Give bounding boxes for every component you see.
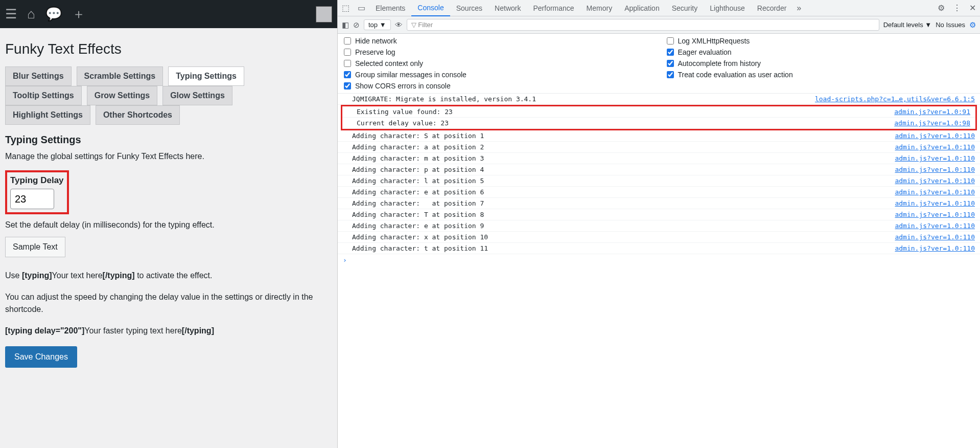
more-tabs-icon[interactable]: » (792, 4, 805, 13)
section-description: Manage the global settings for Funky Tex… (5, 152, 332, 161)
source-link[interactable]: admin.js?ver=1.0:91 (894, 108, 970, 116)
home-icon[interactable]: ⌂ (27, 6, 35, 22)
usage-text: Use [typing]Your text here[/typing] to a… (5, 270, 332, 282)
clear-console-icon[interactable]: ⊘ (353, 20, 360, 30)
console-settings-icon[interactable]: ⚙ (969, 20, 976, 30)
settings-icon[interactable]: ⚙ (934, 3, 949, 13)
console-toolbar: ◧ ⊘ top ▼ 👁 ▽ Filter Default levels ▼ No… (338, 16, 980, 34)
devtools-tabs: ⬚ ▭ ElementsConsoleSourcesNetworkPerform… (338, 0, 980, 16)
tab-highlight-settings[interactable]: Highlight Settings (5, 105, 90, 125)
devtools-tab-lighthouse[interactable]: Lighthouse (704, 1, 751, 16)
devtools-tab-network[interactable]: Network (488, 1, 527, 16)
tab-other-shortcodes[interactable]: Other Shortcodes (96, 105, 180, 125)
live-expression-icon[interactable]: 👁 (395, 20, 403, 29)
console-line: Adding character: T at position 8admin.j… (338, 209, 980, 220)
devtools-tab-elements[interactable]: Elements (369, 1, 411, 16)
tab-blur-settings[interactable]: Blur Settings (5, 66, 72, 86)
console-line: JQMIGRATE: Migrate is installed, version… (338, 94, 980, 105)
console-output: JQMIGRATE: Migrate is installed, version… (338, 94, 980, 448)
source-link[interactable]: admin.js?ver=1.0:110 (895, 244, 975, 252)
tab-typing-settings[interactable]: Typing Settings (168, 66, 244, 86)
devtools-tab-application[interactable]: Application (618, 1, 666, 16)
console-line: Adding character: at position 7admin.js?… (338, 198, 980, 209)
highlighted-lines: Existing value found: 23admin.js?ver=1.0… (341, 105, 977, 130)
sidebar-toggle-icon[interactable]: ◧ (342, 20, 349, 30)
inspect-icon[interactable]: ⬚ (338, 3, 354, 13)
console-settings-checks: Hide networkLog XMLHttpRequestsPreserve … (338, 34, 980, 94)
source-link[interactable]: admin.js?ver=1.0:98 (894, 119, 970, 127)
source-link[interactable]: admin.js?ver=1.0:110 (895, 154, 975, 162)
wordpress-panel: ☰ ⌂ 💬 ＋ Funky Text Effects Blur Settings… (0, 0, 337, 448)
check-show-cors-errors-in-console[interactable]: Show CORS errors in console (344, 82, 651, 90)
check-log-xmlhttprequests[interactable]: Log XMLHttpRequests (667, 37, 974, 45)
console-line: Adding character: e at position 9admin.j… (338, 220, 980, 232)
source-link[interactable]: admin.js?ver=1.0:110 (895, 222, 975, 230)
avatar[interactable] (316, 6, 332, 23)
device-icon[interactable]: ▭ (354, 3, 369, 13)
save-button[interactable]: Save Changes (5, 346, 77, 368)
console-line: Adding character: x at position 10admin.… (338, 232, 980, 243)
check-hide-network[interactable]: Hide network (344, 37, 651, 45)
console-line: Adding character: m at position 3admin.j… (338, 153, 980, 164)
close-icon[interactable]: ✕ (965, 3, 980, 13)
page-title: Funky Text Effects (5, 41, 332, 57)
source-link[interactable]: admin.js?ver=1.0:110 (895, 166, 975, 173)
check-selected-context-only[interactable]: Selected context only (344, 59, 651, 68)
console-prompt[interactable]: › (338, 254, 980, 266)
typing-delay-field: Typing Delay (5, 170, 69, 214)
devtools-panel: ⬚ ▭ ElementsConsoleSourcesNetworkPerform… (337, 0, 980, 448)
log-levels[interactable]: Default levels ▼ (883, 21, 932, 29)
tab-tooltip-settings[interactable]: Tooltip Settings (5, 86, 82, 105)
devtools-tab-performance[interactable]: Performance (527, 1, 580, 16)
source-link[interactable]: admin.js?ver=1.0:110 (895, 233, 975, 241)
tab-scramble-settings[interactable]: Scramble Settings (77, 66, 164, 86)
tab-glow-settings[interactable]: Glow Settings (162, 86, 232, 105)
console-line: Adding character: e at position 6admin.j… (338, 187, 980, 198)
devtools-tab-memory[interactable]: Memory (580, 1, 619, 16)
issues-link[interactable]: No Issues (936, 21, 965, 29)
menu-icon[interactable]: ☰ (5, 6, 17, 22)
comment-icon[interactable]: 💬 (45, 6, 62, 22)
console-line: Adding character: t at position 11admin.… (338, 243, 980, 254)
source-link[interactable]: admin.js?ver=1.0:110 (895, 143, 975, 151)
source-link[interactable]: admin.js?ver=1.0:110 (895, 188, 975, 196)
kebab-icon[interactable]: ⋮ (949, 3, 965, 13)
typing-delay-input[interactable] (10, 189, 54, 209)
check-group-similar-messages-in-console[interactable]: Group similar messages in console (344, 71, 651, 79)
console-line: Adding character: S at position 1admin.j… (338, 130, 980, 142)
source-link[interactable]: admin.js?ver=1.0:110 (895, 132, 975, 140)
console-line: Adding character: l at position 5admin.j… (338, 175, 980, 187)
sample-text: Sample Text (5, 237, 65, 257)
console-line: Adding character: a at position 2admin.j… (338, 142, 980, 153)
admin-bar: ☰ ⌂ 💬 ＋ (0, 0, 337, 28)
example-text: [typing delay="200"]Your faster typing t… (5, 325, 332, 337)
context-selector[interactable]: top ▼ (364, 19, 391, 30)
source-link[interactable]: admin.js?ver=1.0:110 (895, 211, 975, 218)
filter-input[interactable]: ▽ Filter (407, 19, 879, 31)
console-line: Current delay value: 23admin.js?ver=1.0:… (342, 118, 975, 129)
devtools-tab-recorder[interactable]: Recorder (751, 1, 793, 16)
add-icon[interactable]: ＋ (72, 5, 85, 23)
source-link[interactable]: admin.js?ver=1.0:110 (895, 177, 975, 185)
source-link[interactable]: load-scripts.php?c=1…e,utils&ver=6.6.1:5 (815, 95, 975, 103)
check-preserve-log[interactable]: Preserve log (344, 48, 651, 56)
devtools-tab-console[interactable]: Console (411, 0, 450, 16)
source-link[interactable]: admin.js?ver=1.0:110 (895, 199, 975, 207)
devtools-tab-security[interactable]: Security (666, 1, 704, 16)
console-line: Existing value found: 23admin.js?ver=1.0… (342, 106, 975, 118)
adjust-text: You can adjust the speed by changing the… (5, 291, 332, 316)
typing-delay-label: Typing Delay (10, 175, 64, 186)
tab-grow-settings[interactable]: Grow Settings (87, 86, 157, 105)
devtools-tab-sources[interactable]: Sources (450, 1, 488, 16)
console-line: Adding character: p at position 4admin.j… (338, 164, 980, 175)
section-title: Typing Settings (5, 134, 332, 146)
field-help: Set the default delay (in milliseconds) … (5, 220, 332, 230)
check-autocomplete-from-history[interactable]: Autocomplete from history (667, 59, 974, 68)
check-eager-evaluation[interactable]: Eager evaluation (667, 48, 974, 56)
check-treat-code-evaluation-as-user-action[interactable]: Treat code evaluation as user action (667, 71, 974, 79)
